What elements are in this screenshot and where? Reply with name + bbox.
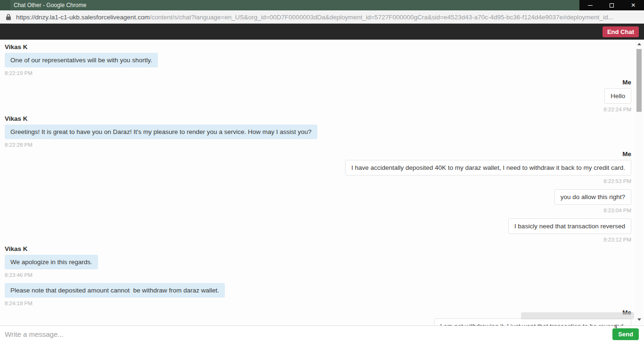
chat-message: Me I have accidentally deposited 40K to …: [0, 148, 644, 184]
scroll-down-icon: [637, 318, 641, 321]
browser-window: Chat Other - Google Chrome ✕ https://dnz…: [0, 0, 644, 342]
message-timestamp: 8:22:53 PM: [603, 178, 631, 184]
send-button[interactable]: Send: [612, 328, 639, 340]
message-timestamp: 8:23:46 PM: [5, 272, 33, 278]
sender-name: Vikas K: [5, 246, 28, 252]
window-controls: ✕: [579, 0, 644, 10]
titlebar-left-strip: [0, 0, 10, 10]
sender-name: Vikas K: [5, 116, 28, 122]
stray-character-artifact: 4: [614, 324, 617, 329]
chat-message: Please note that deposited amount cannot…: [0, 278, 644, 307]
message-bubble: you do allow this right?: [554, 189, 631, 205]
chat-message: I basicly need that transaction reversed…: [0, 214, 644, 243]
scroll-up-button[interactable]: [635, 41, 643, 47]
scroll-down-button[interactable]: [635, 316, 643, 323]
render-artifact: [521, 312, 634, 319]
window-title: Chat Other - Google Chrome: [10, 0, 86, 10]
close-button[interactable]: ✕: [622, 0, 644, 10]
url-host: https://dnzy.la1-c1-ukb.salesforceliveag…: [16, 14, 149, 21]
restore-icon: [610, 3, 614, 8]
message-timestamp: 8:22:19 PM: [5, 70, 33, 76]
url-path: /content/s/chat?language=en_US&org_id=00…: [149, 14, 613, 21]
minimize-button[interactable]: [579, 0, 601, 10]
message-bubble: We apologize in this regards.: [5, 255, 98, 269]
window-titlebar: Chat Other - Google Chrome ✕: [0, 0, 644, 10]
message-bubble: Hello: [604, 88, 631, 104]
lock-icon[interactable]: [6, 14, 11, 20]
chat-scrollbar[interactable]: [635, 41, 643, 324]
message-timestamp: 8:23:04 PM: [603, 208, 631, 214]
sender-name: Vikas K: [5, 44, 28, 50]
chat-transcript: Vikas K One of our representatives will …: [0, 40, 644, 325]
message-bubble: One of our representatives will be with …: [5, 53, 158, 67]
minimize-icon: [588, 5, 593, 6]
message-timestamp: 8:23:12 PM: [603, 237, 631, 243]
address-bar[interactable]: https://dnzy.la1-c1-ukb.salesforceliveag…: [0, 10, 644, 24]
chat-message: you do allow this right? 8:23:04 PM: [0, 184, 644, 214]
chat-message-list: Vikas K One of our representatives will …: [0, 40, 644, 325]
scroll-up-icon: [637, 43, 641, 45]
chat-header: End Chat: [0, 24, 644, 40]
sender-name: Me: [622, 151, 631, 158]
message-bubble: Please note that deposited amount cannot…: [5, 283, 225, 298]
sender-name: Me: [622, 79, 631, 86]
url-text: https://dnzy.la1-c1-ukb.salesforceliveag…: [16, 14, 613, 21]
message-bubble: I have accidentally deposited 40K to my …: [345, 160, 631, 175]
message-timestamp: 8:22:24 PM: [603, 107, 631, 113]
close-icon: ✕: [631, 2, 636, 8]
chat-message: Vikas K We apologize in this regards. 8:…: [0, 243, 644, 278]
scrollbar-thumb[interactable]: [636, 49, 642, 112]
end-chat-button[interactable]: End Chat: [603, 26, 639, 37]
message-bubble: I basicly need that transaction reversed: [508, 218, 631, 234]
chat-message: Vikas K One of our representatives will …: [0, 41, 644, 76]
message-timestamp: 8:22:28 PM: [5, 142, 33, 148]
message-composer: Send: [0, 325, 644, 342]
chat-message: Me Hello 8:22:24 PM: [0, 76, 644, 113]
chat-message: Vikas K Greetings! It is great to have y…: [0, 113, 644, 148]
message-bubble: I am not withdrawing it, I just want tha…: [434, 318, 631, 325]
message-input[interactable]: [5, 330, 612, 338]
message-timestamp: 8:24:18 PM: [5, 300, 33, 307]
restore-button[interactable]: [601, 0, 623, 10]
message-bubble: Greetings! It is great to have you on Da…: [5, 125, 317, 139]
